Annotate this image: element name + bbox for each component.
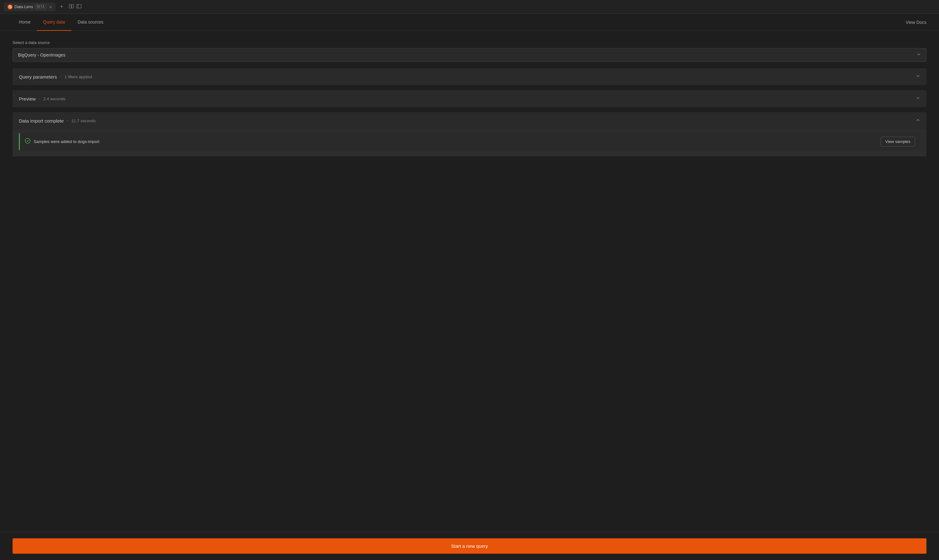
split-view-icon[interactable] bbox=[69, 4, 74, 10]
data-import-meta: 11.7 seconds bbox=[71, 118, 96, 123]
data-import-content: Samples were added to dogs-import View s… bbox=[12, 129, 927, 157]
svg-rect-2 bbox=[72, 5, 74, 8]
data-import-header-left: Data import complete · 11.7 seconds bbox=[19, 118, 96, 123]
svg-rect-3 bbox=[77, 5, 81, 8]
query-parameters-header-left: Query parameters · 1 filters applied bbox=[19, 74, 92, 80]
active-tab[interactable]: Data Lens BETA × bbox=[4, 3, 56, 11]
tab-beta-badge: BETA bbox=[35, 5, 46, 9]
query-parameters-chevron-icon bbox=[916, 74, 920, 80]
datasource-label: Select a data source bbox=[12, 40, 927, 45]
import-success-row: Samples were added to dogs-import View s… bbox=[19, 133, 920, 150]
svg-rect-1 bbox=[69, 5, 71, 8]
query-parameters-meta: 1 filters applied bbox=[65, 74, 92, 79]
preview-dot: · bbox=[39, 96, 40, 102]
datasource-section: Select a data source BigQuery - OpenImag… bbox=[12, 40, 927, 68]
query-parameters-accordion: Query parameters · 1 filters applied bbox=[12, 68, 927, 85]
preview-accordion: Preview · 2.4 seconds bbox=[12, 90, 927, 107]
tab-close-icon[interactable]: × bbox=[49, 5, 52, 9]
page-content: Select a data source BigQuery - OpenImag… bbox=[0, 31, 939, 532]
view-docs-button[interactable]: View Docs bbox=[906, 14, 927, 31]
preview-title: Preview bbox=[19, 96, 35, 102]
footer: Start a new query bbox=[0, 532, 939, 560]
success-check-icon bbox=[25, 138, 31, 145]
tab-bar: Data Lens BETA × + bbox=[0, 0, 939, 14]
nav-tab-home[interactable]: Home bbox=[12, 14, 37, 31]
datasource-value: BigQuery - OpenImages bbox=[18, 52, 65, 57]
data-import-title: Data import complete bbox=[19, 118, 64, 123]
start-new-query-button[interactable]: Start a new query bbox=[12, 538, 927, 554]
tab-title: Data Lens bbox=[14, 5, 33, 9]
new-tab-icon[interactable]: + bbox=[58, 3, 65, 10]
svg-point-5 bbox=[25, 138, 30, 143]
nav-right: View Docs bbox=[906, 20, 927, 25]
preview-header[interactable]: Preview · 2.4 seconds bbox=[12, 90, 927, 107]
datasource-dropdown[interactable]: BigQuery - OpenImages bbox=[12, 48, 927, 62]
nav-bar: Home Query data Data sources View Docs bbox=[0, 14, 939, 31]
data-import-accordion: Data import complete · 11.7 seconds bbox=[12, 112, 927, 157]
preview-chevron-icon bbox=[916, 96, 920, 102]
main-content: Home Query data Data sources View Docs S… bbox=[0, 14, 939, 560]
import-success-text: Samples were added to dogs-import bbox=[34, 139, 99, 144]
data-import-header[interactable]: Data import complete · 11.7 seconds bbox=[12, 112, 927, 129]
data-import-chevron-icon bbox=[916, 118, 920, 123]
data-import-dot: · bbox=[67, 118, 68, 123]
tab-logo-icon bbox=[8, 5, 12, 9]
nav-tab-query-data[interactable]: Query data bbox=[37, 14, 71, 31]
preview-header-left: Preview · 2.4 seconds bbox=[19, 96, 65, 102]
query-parameters-title: Query parameters bbox=[19, 74, 57, 80]
datasource-chevron-icon bbox=[917, 52, 921, 58]
tab-action-icons bbox=[69, 4, 82, 10]
query-parameters-dot: · bbox=[60, 74, 61, 80]
view-samples-button[interactable]: View samples bbox=[880, 137, 915, 146]
preview-meta: 2.4 seconds bbox=[43, 97, 65, 101]
sidebar-icon[interactable] bbox=[76, 4, 82, 10]
nav-tab-data-sources[interactable]: Data sources bbox=[71, 14, 110, 31]
import-success-left: Samples were added to dogs-import bbox=[25, 138, 99, 145]
nav-tabs: Home Query data Data sources bbox=[12, 14, 110, 31]
query-parameters-header[interactable]: Query parameters · 1 filters applied bbox=[12, 68, 927, 85]
